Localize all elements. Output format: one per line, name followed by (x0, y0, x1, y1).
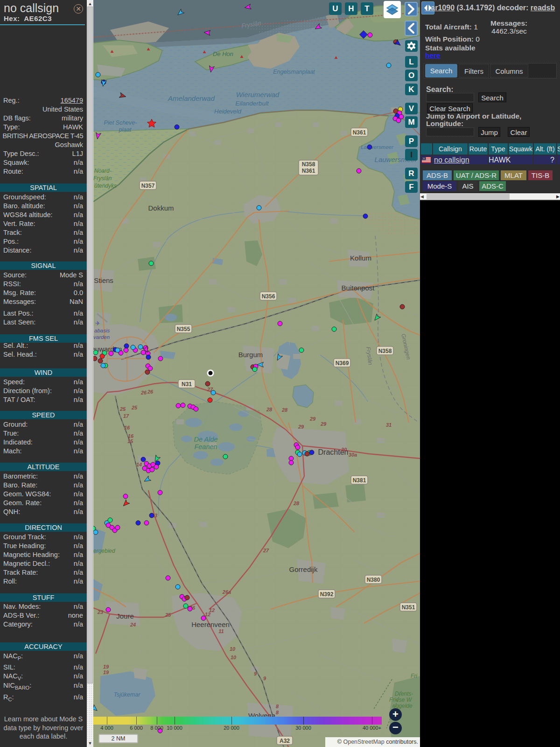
svg-text:24: 24 (130, 622, 136, 627)
svg-text:23: 23 (97, 609, 103, 615)
svg-text:N358: N358 (302, 161, 315, 168)
svg-text:N369: N369 (336, 360, 349, 366)
svg-text:26: 26 (147, 389, 154, 395)
svg-text:Heerenveen: Heerenveen (191, 620, 230, 628)
svg-text:29: 29 (320, 421, 327, 427)
svg-text:✈: ✈ (95, 320, 100, 327)
svg-text:Gorredijk: Gorredijk (289, 565, 318, 573)
svg-text:Heideveld: Heideveld (214, 108, 242, 115)
svg-text:9: 9 (254, 671, 257, 677)
svg-text:A32: A32 (280, 738, 290, 744)
svg-text:N356: N356 (262, 293, 275, 300)
svg-text:29: 29 (309, 416, 316, 422)
svg-text:Noard-: Noard- (94, 168, 112, 174)
svg-text:N381: N381 (353, 477, 366, 484)
svg-text:30: 30 (341, 447, 347, 452)
svg-text:16: 16 (124, 425, 130, 430)
svg-text:Wierumerwad: Wierumerwad (236, 91, 280, 99)
svg-text:25: 25 (165, 612, 171, 618)
svg-text:ûtendyks: ûtendyks (94, 183, 117, 189)
svg-text:Buitenpost: Buitenpost (342, 284, 375, 292)
svg-text:abasis: abasis (94, 328, 110, 333)
svg-text:plaat: plaat (118, 127, 132, 133)
svg-text:15: 15 (127, 438, 133, 444)
svg-text:N361: N361 (353, 129, 366, 136)
svg-text:12: 12 (205, 612, 210, 617)
svg-text:N392: N392 (320, 591, 334, 598)
svg-text:10: 10 (230, 646, 236, 652)
svg-text:Joure: Joure (116, 612, 134, 620)
svg-text:Engelsmanplaat: Engelsmanplaat (273, 69, 315, 75)
svg-text:Kollum: Kollum (350, 254, 371, 262)
svg-text:19: 19 (103, 664, 109, 669)
svg-text:N31: N31 (182, 381, 192, 388)
svg-text:Feanen: Feanen (194, 443, 217, 451)
svg-text:Friese W: Friese W (389, 697, 413, 703)
svg-text:29: 29 (298, 424, 304, 430)
svg-text:Fryslân: Fryslân (93, 175, 112, 182)
svg-text:Stiens: Stiens (94, 276, 113, 284)
svg-text:19: 19 (103, 669, 109, 675)
svg-text:N357: N357 (141, 183, 155, 189)
svg-text:N380: N380 (367, 577, 380, 583)
svg-text:31: 31 (386, 422, 392, 428)
svg-text:N351: N351 (402, 604, 415, 611)
svg-text:28: 28 (266, 407, 273, 412)
svg-text:26: 26 (140, 390, 147, 395)
svg-text:9: 9 (263, 676, 266, 681)
svg-text:N355: N355 (177, 326, 190, 332)
svg-text:Tsjûkemar: Tsjûkemar (113, 691, 140, 698)
svg-text:Piet Scheve-: Piet Scheve- (104, 120, 137, 126)
svg-text:11: 11 (218, 628, 224, 634)
svg-text:Eilanderbult: Eilanderbult (235, 100, 269, 107)
svg-text:8: 8 (276, 710, 279, 715)
svg-text:14: 14 (136, 462, 142, 467)
svg-text:25: 25 (119, 406, 126, 412)
svg-text:Fri: Fri (411, 673, 417, 679)
svg-text:17: 17 (123, 413, 129, 419)
svg-text:Dokkum: Dokkum (148, 204, 174, 212)
svg-text:Burgum: Burgum (238, 351, 263, 359)
svg-text:8: 8 (276, 704, 279, 709)
svg-text:27: 27 (263, 548, 269, 553)
svg-text:30a: 30a (349, 452, 357, 458)
svg-text:Drents-: Drents- (395, 691, 413, 697)
svg-text:varden: varden (93, 334, 110, 340)
svg-text:De Alde: De Alde (194, 436, 217, 443)
svg-text:28: 28 (281, 407, 288, 413)
svg-text:25: 25 (131, 405, 138, 410)
svg-text:Amelanderwad: Amelanderwad (168, 94, 215, 102)
svg-text:10: 10 (231, 655, 237, 660)
svg-text:28: 28 (293, 500, 300, 506)
svg-text:N358: N358 (378, 348, 392, 354)
svg-text:ergebied: ergebied (93, 548, 115, 554)
svg-text:26a: 26a (222, 589, 231, 595)
svg-text:De Hon: De Hon (213, 50, 233, 57)
svg-text:N361: N361 (302, 168, 315, 174)
svg-text:Lauwersmeer: Lauwersmeer (361, 144, 394, 150)
